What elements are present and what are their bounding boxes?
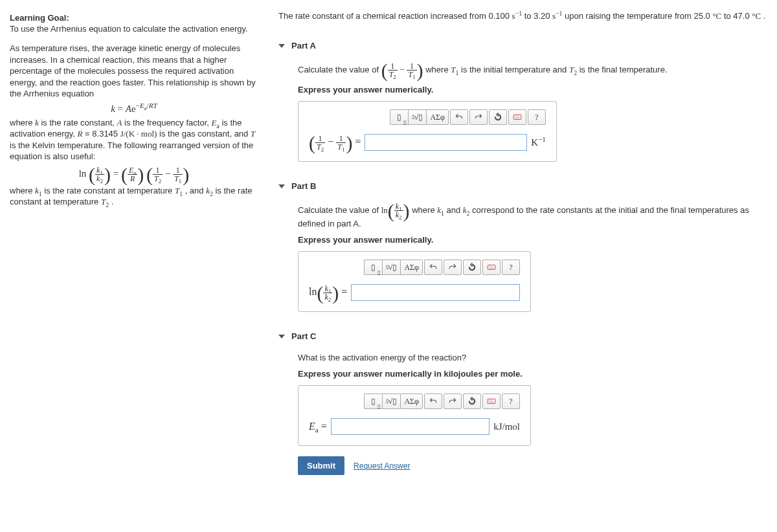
- keyboard-button[interactable]: [482, 260, 501, 275]
- redo-icon: [474, 113, 483, 122]
- collapse-caret-icon: [278, 44, 285, 48]
- templates-button[interactable]: ▯▯: [390, 109, 408, 125]
- redo-button[interactable]: [444, 260, 462, 275]
- submit-button[interactable]: Submit: [298, 456, 344, 475]
- part-b-toolbar: ▯▯ ▯√▯ ΑΣφ ?: [309, 260, 520, 275]
- part-c-body: What is the activation energy of the rea…: [278, 353, 767, 475]
- reset-icon: [493, 113, 502, 122]
- svg-rect-5: [488, 265, 495, 270]
- part-a-unit: K−1: [531, 137, 546, 148]
- request-answer-link[interactable]: Request Answer: [354, 461, 410, 471]
- sqrt-button[interactable]: ▯√▯: [382, 260, 401, 275]
- reset-button[interactable]: [489, 109, 507, 125]
- collapse-caret-icon: [278, 184, 285, 188]
- reset-button[interactable]: [463, 393, 481, 409]
- part-a-prompt: Calculate the value of (1T2 − 1T1) where…: [298, 62, 767, 78]
- part-c-express: Express your answer numerically in kiloj…: [298, 369, 767, 379]
- part-c-unit: kJ/mol: [493, 421, 520, 432]
- undo-icon: [455, 113, 464, 122]
- sqrt-button[interactable]: ▯√▯: [408, 109, 427, 125]
- part-c-answer-box: ▯▯ ▯√▯ ΑΣφ ? Ea = kJ/mol: [298, 385, 531, 446]
- undo-button[interactable]: [424, 260, 442, 275]
- problem-statement: The rate constant of a chemical reaction…: [278, 10, 767, 34]
- greek-button[interactable]: ΑΣφ: [400, 260, 423, 275]
- undo-button[interactable]: [424, 393, 442, 409]
- part-b-answer-box: ▯▯ ▯√▯ ΑΣφ ? ln(k1k2) =: [298, 251, 531, 312]
- part-c-lhs: Ea =: [309, 421, 327, 432]
- redo-icon: [448, 397, 457, 406]
- part-b-body: Calculate the value of ln(k1k2) where k1…: [278, 203, 767, 312]
- part-b-title: Part B: [291, 181, 316, 191]
- learning-goal-panel: Learning Goal: To use the Arrhenius equa…: [0, 0, 269, 501]
- rearranged-equation: ln (k1k2) = (EaR) (1T2 − 1T1): [10, 166, 258, 183]
- sqrt-button[interactable]: ▯√▯: [382, 393, 401, 409]
- learning-goal-title: Learning Goal:: [10, 13, 258, 23]
- undo-icon: [429, 397, 438, 406]
- equation-description: where k is the rate constant, A is the f…: [10, 117, 258, 162]
- help-button[interactable]: ?: [502, 393, 520, 409]
- arrhenius-equation: k = Ae−Ea/RT: [10, 104, 258, 115]
- reset-icon: [467, 263, 477, 272]
- part-c-toolbar: ▯▯ ▯√▯ ΑΣφ ?: [309, 393, 520, 409]
- keyboard-icon: [487, 263, 496, 272]
- help-button[interactable]: ?: [528, 109, 546, 125]
- part-c-input[interactable]: [331, 418, 490, 435]
- part-c-title: Part C: [291, 331, 316, 341]
- part-a-prompt-pre: Calculate the value of: [298, 65, 381, 74]
- part-b-header[interactable]: Part B: [278, 181, 767, 191]
- intro-paragraph: As temperature rises, the average kineti…: [10, 43, 258, 100]
- keyboard-icon: [487, 397, 496, 406]
- part-a-toolbar: ▯▯ ▯√▯ ΑΣφ ?: [309, 109, 546, 125]
- reset-button[interactable]: [463, 260, 481, 275]
- undo-button[interactable]: [450, 109, 468, 125]
- undo-icon: [429, 263, 438, 272]
- part-a-input[interactable]: [365, 134, 527, 151]
- greek-button[interactable]: ΑΣφ: [400, 393, 423, 409]
- part-a-express: Express your answer numerically.: [298, 85, 767, 94]
- part-a-answer-box: ▯▯ ▯√▯ ΑΣφ ? (1T2 − 1T1) = K−1: [298, 101, 557, 162]
- redo-icon: [448, 263, 457, 272]
- part-a-body: Calculate the value of (1T2 − 1T1) where…: [278, 62, 767, 162]
- equation-vars-note: where k1 is the rate constant at tempera…: [10, 185, 258, 208]
- part-c-header[interactable]: Part C: [278, 331, 767, 341]
- part-b-input[interactable]: [351, 284, 520, 301]
- keyboard-button[interactable]: [508, 109, 526, 125]
- learning-goal-text: To use the Arrhenius equation to calcula…: [10, 24, 258, 34]
- part-a-title: Part A: [291, 41, 316, 50]
- part-a-header[interactable]: Part A: [278, 41, 767, 50]
- problem-panel: The rate constant of a chemical reaction…: [269, 0, 777, 501]
- greek-button[interactable]: ΑΣφ: [426, 109, 449, 125]
- part-b-lhs: ln(k1k2) =: [309, 285, 347, 301]
- redo-button[interactable]: [444, 393, 462, 409]
- templates-button[interactable]: ▯▯: [364, 393, 382, 409]
- keyboard-button[interactable]: [482, 393, 501, 409]
- collapse-caret-icon: [278, 335, 285, 338]
- keyboard-icon: [513, 113, 522, 122]
- templates-button[interactable]: ▯▯: [364, 260, 382, 275]
- part-a-lhs: (1T2 − 1T1) =: [309, 135, 361, 151]
- help-button[interactable]: ?: [502, 260, 520, 275]
- part-b-prompt-pre: Calculate the value of: [298, 205, 381, 215]
- svg-rect-0: [513, 115, 521, 120]
- part-b-express: Express your answer numerically.: [298, 235, 767, 245]
- svg-rect-10: [488, 399, 495, 404]
- reset-icon: [467, 397, 477, 406]
- part-b-prompt: Calculate the value of ln(k1k2) where k1…: [298, 203, 767, 228]
- part-a-prompt-post: where T1 is the initial temperature and …: [425, 65, 667, 74]
- redo-button[interactable]: [469, 109, 488, 125]
- part-c-prompt: What is the activation energy of the rea…: [298, 353, 767, 362]
